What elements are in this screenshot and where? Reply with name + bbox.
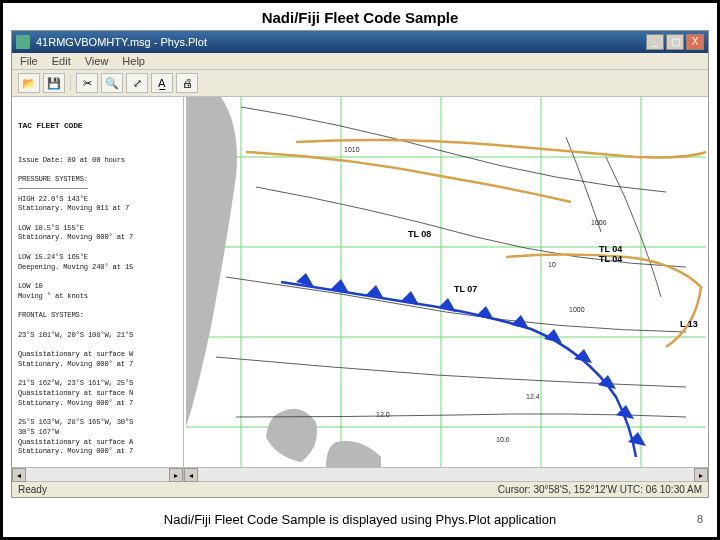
scroll-track[interactable]	[26, 468, 169, 481]
status-left: Ready	[18, 484, 47, 495]
zoom-icon[interactable]: ⤢	[126, 73, 148, 93]
svg-marker-12	[401, 291, 419, 305]
scroll-right-icon[interactable]: ▸	[694, 468, 708, 482]
window-title: 41RMGVBOMHTY.msg - Phys.Plot	[36, 36, 646, 48]
text-panel-header: TAC FLEET CODE	[18, 121, 177, 132]
scroll-left-icon[interactable]: ◂	[12, 468, 26, 482]
minimize-button[interactable]: _	[646, 34, 664, 50]
label-tl04a: TL 04	[599, 244, 622, 254]
menu-help[interactable]: Help	[122, 55, 145, 67]
menubar: File Edit View Help	[12, 53, 708, 70]
scroll-track[interactable]	[198, 468, 694, 481]
label-tl08: TL 08	[408, 229, 431, 239]
scroll-right-icon[interactable]: ▸	[169, 468, 183, 482]
window-buttons: _ ▢ X	[646, 34, 704, 50]
label-l13: L 13	[680, 319, 698, 329]
label-124: 12.4	[526, 393, 540, 400]
app-window: 41RMGVBOMHTY.msg - Phys.Plot _ ▢ X File …	[11, 30, 709, 498]
cold-front	[281, 273, 646, 457]
titlebar[interactable]: 41RMGVBOMHTY.msg - Phys.Plot _ ▢ X	[12, 31, 708, 53]
slide-frame: Nadi/Fiji Fleet Code Sample 41RMGVBOMHTY…	[0, 0, 720, 540]
status-right: Cursor: 30°58'S, 152°12'W UTC: 06 10:30 …	[498, 484, 702, 495]
svg-marker-14	[476, 306, 494, 320]
label-1010: 1010	[344, 146, 360, 153]
menu-file[interactable]: File	[20, 55, 38, 67]
label-tl07: TL 07	[454, 284, 477, 294]
slide-number: 8	[697, 513, 703, 525]
menu-edit[interactable]: Edit	[52, 55, 71, 67]
label-120: 12.0	[376, 411, 390, 418]
horizontal-scrollbars: ◂ ▸ ◂ ▸	[12, 467, 708, 481]
slide-title: Nadi/Fiji Fleet Code Sample	[3, 3, 717, 30]
map-svg: 1010 TL 08 TL 04 TL 04 TL 07 1006 10 100…	[184, 97, 708, 467]
maximize-button[interactable]: ▢	[666, 34, 684, 50]
slide-caption: Nadi/Fiji Fleet Code Sample is displayed…	[3, 512, 717, 527]
cut-icon[interactable]: ✂	[76, 73, 98, 93]
svg-marker-19	[616, 405, 634, 419]
label-10: 10	[548, 261, 556, 268]
text-panel-body: Issue Date: 09 at 00 hours PRESSURE SYST…	[18, 156, 177, 467]
toolbar: 📂 💾 ✂ 🔍 ⤢ A̲ 🖨	[12, 70, 708, 97]
menu-view[interactable]: View	[85, 55, 109, 67]
label-tl04b: TL 04	[599, 254, 622, 264]
label-106: 10.6	[496, 436, 510, 443]
scroll-left-icon[interactable]: ◂	[184, 468, 198, 482]
label-1006: 1006	[591, 219, 607, 226]
toolbar-separator	[70, 75, 71, 91]
text-icon[interactable]: A̲	[151, 73, 173, 93]
open-icon[interactable]: 📂	[18, 73, 40, 93]
search-icon[interactable]: 🔍	[101, 73, 123, 93]
close-button[interactable]: X	[686, 34, 704, 50]
app-icon	[16, 35, 30, 49]
left-hscroll[interactable]: ◂ ▸	[12, 468, 184, 481]
print-icon[interactable]: 🖨	[176, 73, 198, 93]
content-area: TAC FLEET CODE Issue Date: 09 at 00 hour…	[12, 97, 708, 467]
map-panel[interactable]: 1010 TL 08 TL 04 TL 04 TL 07 1006 10 100…	[184, 97, 708, 467]
text-panel[interactable]: TAC FLEET CODE Issue Date: 09 at 00 hour…	[12, 97, 184, 467]
right-hscroll[interactable]: ◂ ▸	[184, 468, 708, 481]
save-icon[interactable]: 💾	[43, 73, 65, 93]
label-1000: 1000	[569, 306, 585, 313]
statusbar: Ready Cursor: 30°58'S, 152°12'W UTC: 06 …	[12, 481, 708, 497]
